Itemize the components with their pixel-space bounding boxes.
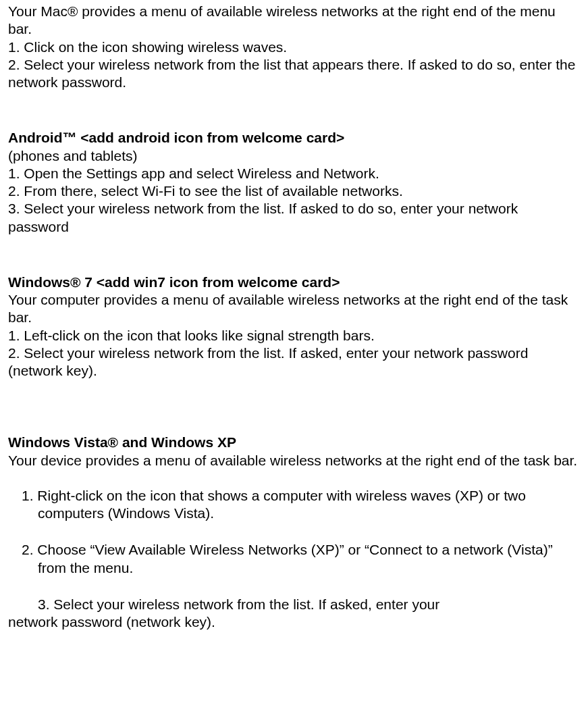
step-text: Choose “View Available Wireless Networks… [37, 542, 552, 575]
android-heading: Android™ <add android icon from welcome … [8, 129, 580, 147]
mac-step-2: 2. Select your wireless network from the… [8, 56, 580, 92]
win7-step-1: 1. Left-click on the icon that looks lik… [8, 327, 580, 344]
step-line-2: network password (network key). [8, 613, 580, 631]
android-step-1: 1. Open the Settings app and select Wire… [8, 165, 580, 182]
vista-step-2: 2. Choose “View Available Wireless Netwo… [8, 541, 580, 577]
android-step-3: 3. Select your wireless network from the… [8, 200, 580, 236]
vista-section: Windows Vista® and Windows XP Your devic… [8, 434, 580, 631]
step-line-1: 3. Select your wireless network from the… [8, 596, 439, 612]
win7-step-2: 2. Select your wireless network from the… [8, 344, 580, 380]
vista-step-1: 1. Right-click on the icon that shows a … [8, 487, 580, 523]
win7-heading: Windows® 7 <add win7 icon from welcome c… [8, 274, 580, 291]
step-number: 1. [22, 488, 34, 503]
android-subtitle: (phones and tablets) [8, 147, 580, 165]
vista-steps: 1. Right-click on the icon that shows a … [8, 487, 580, 632]
vista-intro: Your device provides a menu of available… [8, 452, 580, 469]
vista-step-3: 3. Select your wireless network from the… [8, 596, 580, 632]
step-number: 2. [22, 542, 34, 557]
mac-section: Your Mac® provides a menu of available w… [8, 3, 580, 91]
mac-intro: Your Mac® provides a menu of available w… [8, 3, 580, 39]
win7-section: Windows® 7 <add win7 icon from welcome c… [8, 274, 580, 380]
mac-step-1: 1. Click on the icon showing wireless wa… [8, 39, 580, 56]
android-step-2: 2. From there, select Wi-Fi to see the l… [8, 182, 580, 200]
android-section: Android™ <add android icon from welcome … [8, 129, 580, 236]
win7-intro: Your computer provides a menu of availab… [8, 291, 580, 327]
vista-heading: Windows Vista® and Windows XP [8, 434, 580, 451]
step-text: Right-click on the icon that shows a com… [37, 488, 526, 521]
